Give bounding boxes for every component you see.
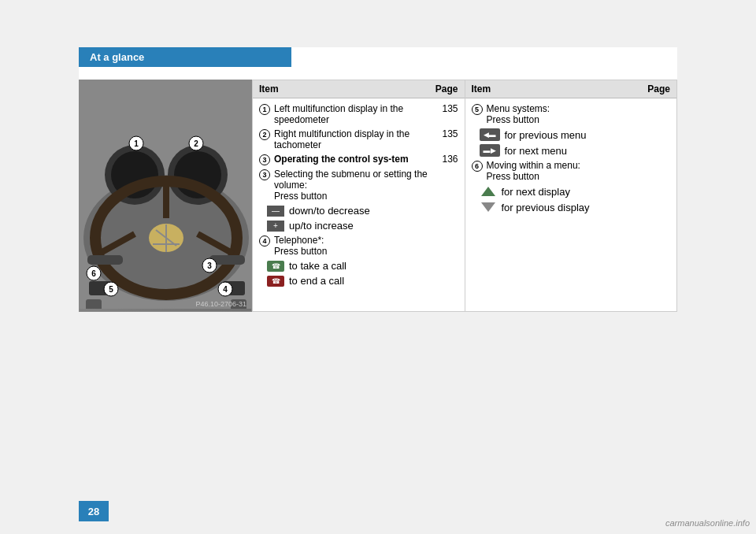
right-col-item: Item: [472, 83, 491, 95]
entry-main: 2 Right multifunction display in the tac…: [259, 128, 435, 150]
left-col-page: Page: [435, 83, 458, 95]
item-number: 3: [259, 169, 270, 180]
item-text: Left multifunction display in the speedo…: [274, 103, 435, 125]
svg-text:3: 3: [207, 261, 212, 270]
item-text: Moving within a menu:Press button: [487, 160, 580, 182]
item-number: 1: [259, 104, 270, 115]
svg-rect-14: [87, 255, 123, 265]
item-text: Telephone*:Press button: [274, 235, 327, 257]
phone-end-icon: ☎: [267, 276, 284, 287]
icon-row-plus: + up/to increase: [253, 218, 465, 233]
item-number: 6: [472, 161, 483, 172]
row-content: 2 Right multifunction display in the tac…: [259, 128, 435, 150]
row-content: 1 Left multifunction display in the spee…: [259, 103, 435, 125]
tables-wrapper: Item Page 1 Left multifunction display i…: [252, 80, 677, 312]
phone-take-icon: ☎: [267, 261, 284, 272]
table-row: 2 Right multifunction display in the tac…: [253, 127, 465, 152]
item-text: Menu systems:Press button: [487, 103, 550, 125]
row-content: 4 Telephone*:Press button: [259, 235, 435, 257]
watermark: carmanualsonline.info: [665, 518, 750, 528]
left-table-body: 1 Left multifunction display in the spee…: [253, 98, 465, 291]
disp-prev-icon: [480, 201, 497, 213]
entry-main: 3 Operating the control sys-tem: [259, 154, 435, 165]
item-text-bold: Operating the control sys-tem: [274, 154, 409, 165]
content-area: At a glance: [79, 47, 677, 312]
left-table: Item Page 1 Left multifunction display i…: [252, 80, 465, 312]
left-table-header: Item Page: [253, 80, 465, 98]
item-page: 135: [435, 128, 458, 139]
row-content: 6 Moving within a menu:Press button: [472, 160, 647, 182]
item-text: Right multifunction display in the tacho…: [274, 128, 435, 150]
svg-marker-32: [481, 187, 495, 196]
svg-text:6: 6: [91, 269, 96, 278]
icon-row-menu-prev: ◀▬ for previous menu: [465, 127, 677, 143]
main-content: 1 2 3 4 5 6 P46.10-2706-31: [79, 80, 677, 312]
page-number: 28: [88, 506, 99, 517]
item-number: 2: [259, 129, 270, 140]
page-container: At a glance: [0, 0, 756, 534]
icon-row-minus: — down/to decrease: [253, 203, 465, 218]
svg-marker-33: [481, 202, 495, 212]
table-row: 4 Telephone*:Press button: [253, 233, 465, 258]
icon-row-phone-end: ☎ to end a call: [253, 273, 465, 288]
row-content: 3 Selecting the submenu or setting the v…: [259, 169, 435, 202]
row-content: 5 Menu systems:Press button: [472, 103, 647, 125]
right-table: Item Page 5 Menu systems:Press button: [465, 80, 678, 312]
svg-text:4: 4: [223, 285, 228, 294]
svg-text:2: 2: [194, 139, 198, 148]
item-number: 5: [472, 104, 483, 115]
disp-next-icon: [480, 185, 497, 198]
entry-main: 5 Menu systems:Press button: [472, 103, 647, 125]
icon-label: up/to increase: [289, 220, 354, 232]
section-title: At a glance: [90, 51, 144, 63]
svg-rect-17: [86, 299, 102, 309]
plus-icon: +: [267, 221, 284, 232]
icon-row-phone-take: ☎ to take a call: [253, 258, 465, 273]
icon-label: to end a call: [289, 275, 344, 287]
car-image-box: 1 2 3 4 5 6 P46.10-2706-31: [79, 80, 252, 312]
section-header: At a glance: [79, 47, 291, 67]
item-page: 135: [435, 103, 458, 114]
item-number: 3: [259, 154, 270, 165]
item-number: 4: [259, 235, 270, 247]
item-page: 136: [435, 154, 458, 165]
icon-label: for next menu: [505, 145, 568, 157]
icon-label: for previous menu: [505, 129, 587, 141]
table-row: 6 Moving within a menu:Press button: [465, 158, 677, 184]
left-col-item: Item: [259, 83, 279, 95]
icon-row-menu-next: ▬▶ for next menu: [465, 143, 677, 158]
svg-text:1: 1: [134, 139, 139, 148]
entry-main: 1 Left multifunction display in the spee…: [259, 103, 435, 125]
icon-label: to take a call: [289, 260, 346, 272]
icon-row-disp-prev: for previous display: [465, 199, 677, 215]
table-row: 5 Menu systems:Press button: [465, 102, 677, 127]
right-col-page: Page: [647, 83, 670, 95]
table-row: 1 Left multifunction display in the spee…: [253, 102, 465, 127]
minus-icon: —: [267, 206, 284, 217]
table-row: 3 Selecting the submenu or setting the v…: [253, 167, 465, 203]
table-row: 3 Operating the control sys-tem 136: [253, 152, 465, 167]
icon-label: for next display: [502, 186, 570, 198]
steering-wheel-svg: 1 2 3 4 5 6: [80, 80, 252, 309]
icon-label: for previous display: [502, 202, 590, 213]
icon-label: down/to decrease: [289, 205, 370, 217]
entry-main: 4 Telephone*:Press button: [259, 235, 435, 257]
page-number-box: 28: [79, 501, 109, 521]
right-table-body: 5 Menu systems:Press button ◀▬ for previ…: [465, 98, 677, 218]
entry-main: 6 Moving within a menu:Press button: [472, 160, 647, 182]
image-caption: P46.10-2706-31: [195, 300, 246, 308]
row-content: 3 Operating the control sys-tem: [259, 154, 435, 165]
entry-main: 3 Selecting the submenu or setting the v…: [259, 169, 435, 202]
svg-text:5: 5: [109, 285, 113, 294]
menu-next-icon: ▬▶: [480, 144, 500, 157]
icon-row-disp-next: for next display: [465, 184, 677, 199]
menu-prev-icon: ◀▬: [480, 128, 500, 141]
item-text: Selecting the submenu or setting the vol…: [274, 169, 435, 202]
right-table-header: Item Page: [465, 80, 677, 98]
